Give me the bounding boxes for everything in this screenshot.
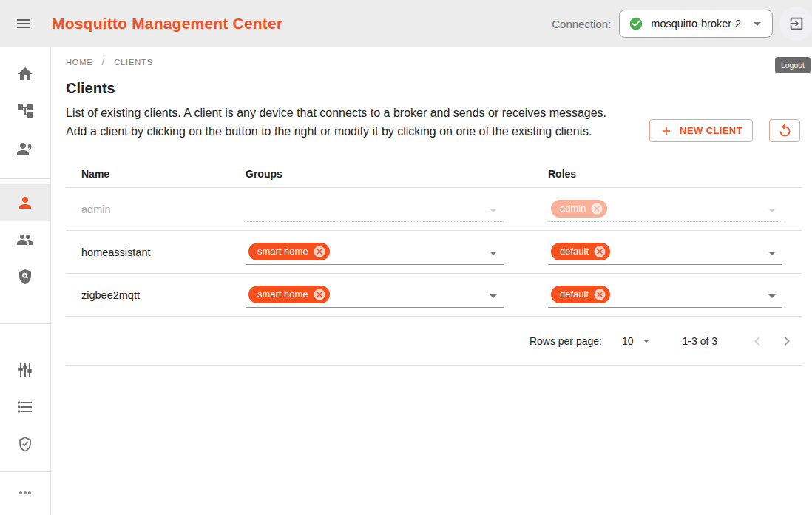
- client-connections-icon: [16, 139, 34, 157]
- refresh-button[interactable]: [769, 119, 800, 142]
- settings-icon: [16, 361, 34, 379]
- chip-remove-icon[interactable]: [313, 245, 326, 258]
- main-content: HOME / CLIENTS Clients List of existing …: [51, 47, 812, 515]
- clients-table: Name Groups Roles admin admin: [66, 160, 802, 366]
- roles-select[interactable]: admin: [548, 197, 782, 222]
- chevron-down-icon: [748, 15, 766, 33]
- chip-remove-icon[interactable]: [593, 245, 606, 258]
- chevron-down-icon: [484, 287, 502, 305]
- sidebar-item-clients[interactable]: [0, 184, 50, 221]
- next-page-button[interactable]: [772, 326, 802, 356]
- breadcrumb: HOME / CLIENTS: [66, 56, 801, 67]
- column-header-groups: Groups: [246, 168, 548, 180]
- column-header-name: Name: [66, 168, 246, 180]
- chevron-down-icon: [484, 244, 502, 262]
- rows-per-page-select[interactable]: 10: [622, 334, 653, 348]
- previous-page-button[interactable]: [742, 326, 772, 356]
- sidebar-item-topology[interactable]: [0, 92, 50, 129]
- sidebar-item-roles[interactable]: [0, 258, 50, 295]
- chevron-down-icon: [763, 287, 781, 305]
- menu-button[interactable]: [12, 12, 35, 36]
- sidebar-divider: [0, 471, 50, 472]
- page-description: List of existing clients. A client is an…: [66, 104, 615, 141]
- plus-icon: [660, 124, 673, 138]
- chip-remove-icon[interactable]: [590, 202, 603, 215]
- sidebar-item-groups[interactable]: [0, 221, 50, 258]
- streams-icon: [16, 398, 34, 416]
- sidebar-item-settings[interactable]: [0, 351, 50, 388]
- groups-select[interactable]: smart home: [246, 240, 504, 265]
- role-chip[interactable]: admin: [551, 200, 607, 218]
- group-chip[interactable]: smart home: [248, 286, 330, 303]
- sidebar-item-home[interactable]: [0, 55, 50, 92]
- new-client-button[interactable]: NEW CLIENT: [649, 119, 753, 142]
- app-title: Mosquitto Management Center: [52, 15, 282, 33]
- client-name: zigbee2mqtt: [66, 289, 246, 301]
- table-pagination: Rows per page: 10 1-3 of 3: [66, 317, 802, 366]
- role-chip[interactable]: default: [551, 286, 610, 303]
- breadcrumb-home-link[interactable]: HOME: [66, 58, 93, 67]
- sidebar-item-client-connections[interactable]: [0, 129, 50, 166]
- chevron-down-icon: [640, 334, 653, 348]
- roles-icon: [16, 268, 34, 286]
- chevron-down-icon: [484, 201, 502, 219]
- sidebar-item-more[interactable]: [0, 474, 50, 511]
- table-row-admin[interactable]: admin admin: [66, 188, 802, 231]
- chevron-down-icon: [763, 201, 781, 219]
- home-icon: [16, 65, 34, 83]
- connection-select[interactable]: mosquitto-broker-2: [619, 10, 773, 38]
- table-row-zigbee2mqtt[interactable]: zigbee2mqtt smart home default: [66, 274, 802, 317]
- logout-button[interactable]: [779, 7, 812, 41]
- menu-icon: [15, 15, 33, 33]
- chip-remove-icon[interactable]: [313, 288, 326, 301]
- logout-icon: [788, 16, 805, 32]
- table-header-row: Name Groups Roles: [66, 160, 802, 188]
- connection-value: mosquitto-broker-2: [651, 18, 741, 30]
- page-title: Clients: [66, 80, 801, 97]
- connection-label: Connection:: [552, 18, 611, 30]
- pagination-range: 1-3 of 3: [683, 335, 717, 347]
- table-row-homeassistant[interactable]: homeassistant smart home default: [66, 231, 802, 274]
- chevron-left-icon: [748, 332, 766, 350]
- sidebar-item-security[interactable]: [0, 425, 50, 462]
- client-name: homeassistant: [66, 246, 246, 258]
- sidebar: [0, 47, 51, 515]
- roles-select[interactable]: default: [548, 283, 782, 308]
- clients-icon: [16, 194, 34, 212]
- sidebar-divider: [0, 178, 50, 179]
- app-bar: Mosquitto Management Center Connection: …: [0, 0, 812, 47]
- more-icon: [16, 484, 34, 502]
- sidebar-item-streams[interactable]: [0, 388, 50, 425]
- column-header-roles: Roles: [548, 168, 802, 180]
- breadcrumb-separator: /: [102, 56, 106, 67]
- groups-select[interactable]: smart home: [246, 283, 504, 308]
- sidebar-divider: [0, 323, 50, 324]
- client-name: admin: [66, 203, 246, 215]
- rows-per-page-value: 10: [622, 335, 634, 347]
- refresh-icon: [777, 123, 793, 138]
- connection-status-icon: [629, 16, 643, 31]
- roles-select[interactable]: default: [548, 240, 782, 265]
- groups-select[interactable]: [246, 197, 504, 222]
- chevron-down-icon: [763, 244, 781, 262]
- groups-icon: [16, 231, 34, 249]
- rows-per-page-label: Rows per page:: [530, 335, 602, 347]
- security-icon: [16, 435, 34, 453]
- breadcrumb-current: CLIENTS: [114, 58, 153, 67]
- group-chip[interactable]: smart home: [248, 243, 330, 260]
- logout-tooltip: Logout: [775, 57, 811, 73]
- chip-remove-icon[interactable]: [593, 288, 606, 301]
- chevron-right-icon: [778, 332, 796, 350]
- topology-icon: [16, 102, 34, 120]
- role-chip[interactable]: default: [551, 243, 610, 260]
